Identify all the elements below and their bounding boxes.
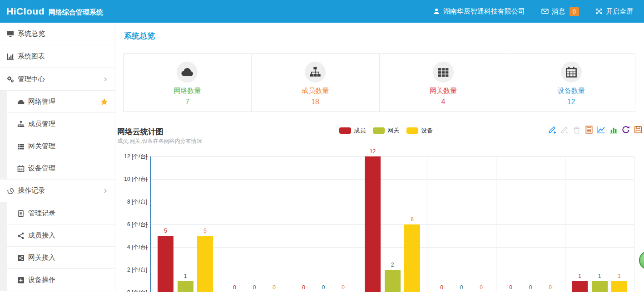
axis-tick [145,224,148,225]
bar-value-label: 0 [263,284,286,291]
stat-label: 网关数量 [430,87,457,95]
bar-value-label: 0 [539,284,562,291]
sidebar-item-gateway-management[interactable]: 网关管理 [0,135,115,157]
messages-button[interactable]: 消息 0 [541,7,579,16]
sidebar-item-system-overview[interactable]: 系统总览 [0,23,115,45]
cloud-icon [17,98,25,106]
bar-成员-1[interactable] [158,236,173,292]
bar-value-label: 1 [569,273,591,279]
fullscreen-button[interactable]: 开启全屏 [595,7,633,16]
bar-网关-4[interactable] [385,270,401,292]
remove-mark-icon[interactable] [560,125,569,134]
gridline-vertical [565,156,565,292]
line-chart-type-icon[interactable] [597,125,606,134]
restore-icon[interactable] [621,125,630,134]
gridline-vertical [427,156,427,292]
sidebar-item-device-management[interactable]: 设备管理 [0,157,115,180]
sidebar-item-label: 成员管理 [28,120,55,128]
sidebar-item-member-access[interactable]: 成员接入 [0,224,115,247]
sidebar-item-device-operations[interactable]: 设备操作 [0,269,115,291]
sidebar-item-management-records[interactable]: 管理记录 [0,202,115,224]
bar-value-label: 1 [588,273,611,279]
logo-text: HiCloud [6,6,45,17]
floating-help-button[interactable] [639,251,644,270]
bar-chart-type-icon[interactable] [609,125,618,134]
bar-value-label: 5 [154,228,177,234]
sidebar-item-member-management[interactable]: 成员管理 [0,113,115,135]
envelope-icon [541,8,549,15]
grid-icon [437,66,449,78]
chart-legend: 成员 网关 设备 [339,127,433,135]
axis-tick [145,270,148,270]
share-icon [17,232,25,239]
sitemap-icon [17,121,25,128]
company-name: 湖南华辰智通科技有限公司 [443,7,525,16]
app-logo[interactable]: HiCloud 网络综合管理系统 [6,6,103,17]
stat-card-members: 成员数量 18 [252,54,380,112]
add-mark-icon[interactable] [548,125,557,134]
save-image-icon[interactable] [634,125,643,134]
legend-label: 网关 [387,127,399,135]
bar-value-label: 0 [332,284,355,291]
bar-value-label: 6 [401,216,424,223]
axis-tick [145,247,148,248]
sidebar-item-network-management[interactable]: 网络管理 [0,91,115,113]
bar-网关-7[interactable] [592,281,608,292]
stats-card-row: 网络数量 7 成员数量 18 网关数量 4 设备数量 12 [123,54,635,112]
user-icon [433,8,440,15]
chart-toolbox [548,125,643,134]
axis-tick [145,179,148,180]
gridline-vertical [634,156,634,292]
stat-label: 网络数量 [173,87,201,95]
gridline-horizontal [151,247,634,248]
stat-card-gateways: 网关数量 4 [380,54,508,112]
bar-value-label: 1 [174,273,197,279]
bar-成员-4[interactable] [365,156,381,292]
favorite-star-icon[interactable] [100,98,108,106]
bar-value-label: 0 [243,284,266,291]
bar-设备-7[interactable] [611,281,627,292]
bar-设备-1[interactable] [197,236,213,292]
sidebar-item-label: 设备管理 [28,164,55,173]
gridline-vertical [220,156,220,292]
y-axis-line [150,156,151,292]
sitemap-icon [309,66,321,78]
company-account[interactable]: 湖南华辰智通科技有限公司 [433,7,525,16]
sidebar-item-operation-records[interactable]: 操作记录 [0,180,115,202]
calendar-icon [17,165,25,172]
bar-value-label: 2 [381,262,404,268]
grid-icon [17,143,25,150]
bar-value-label: 0 [312,284,335,291]
sidebar-item-gateway-access[interactable]: 网关接入 [0,247,115,269]
sidebar-nav: 系统总览 系统图表 管理中心 网络管理 成员管理 网 [0,23,115,292]
legend-item-members[interactable]: 成员 [339,127,366,135]
bar-成员-7[interactable] [572,281,588,292]
sidebar-item-system-charts[interactable]: 系统图表 [0,45,115,68]
stat-value: 7 [185,98,189,106]
sidebar-item-management-center[interactable]: 管理中心 [0,68,115,91]
data-view-icon[interactable] [585,125,594,134]
history-icon [7,187,14,195]
stat-icon-circle [177,62,198,83]
stat-value: 12 [567,98,575,106]
legend-item-devices[interactable]: 设备 [406,127,433,135]
bar-value-label: 0 [223,284,246,291]
bar-value-label: 0 [519,284,542,291]
clear-mark-icon[interactable] [572,125,581,134]
stat-icon-circle [561,62,582,83]
legend-label: 设备 [421,127,433,135]
stat-icon-circle [433,62,454,83]
sidebar-item-label: 设备操作 [28,276,55,284]
sidebar-item-label: 系统图表 [18,52,45,61]
bar-设备-4[interactable] [404,224,420,292]
gridline-horizontal [151,179,634,180]
legend-item-gateways[interactable]: 网关 [373,127,399,135]
stat-card-devices: 设备数量 12 [507,54,635,112]
cloud-icon [181,66,193,78]
document-icon [17,210,25,217]
bar-网关-1[interactable] [178,281,193,292]
legend-swatch [373,127,385,134]
chevron-right-icon [103,188,108,194]
legend-swatch [339,127,351,134]
stat-label: 设备数量 [558,87,585,95]
